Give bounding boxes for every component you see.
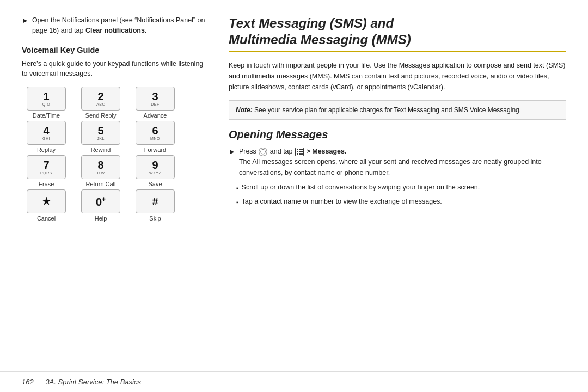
key-button-8[interactable]: 8 TUV (81, 155, 120, 179)
key-cell-9: 9 WXYZ Save (131, 155, 180, 187)
key-sub-5: JKL (97, 137, 105, 140)
key-cell-3: 3 DEF Advance (131, 87, 180, 119)
key-label-4: Replay (37, 146, 56, 153)
page: ► Open the Notifications panel (see “Not… (0, 0, 588, 392)
key-main-9: 9 (152, 160, 158, 170)
key-sub-8: TUV (96, 171, 105, 175)
key-label-hash: Skip (149, 215, 161, 222)
opening-messages-bullet1: ► Press ◯ and tap (229, 146, 566, 178)
bullet1-bold: > Messages. (306, 148, 346, 155)
key-sub-4: GHI (42, 137, 50, 140)
key-label-7: Erase (39, 181, 54, 187)
page-title: Text Messaging (SMS) and Multimedia Mess… (229, 15, 566, 48)
key-main-2: 2 (97, 91, 103, 102)
dot (301, 151, 303, 152)
key-main-1: 1 (43, 91, 49, 102)
key-label-2: Send Reply (85, 112, 117, 119)
key-cell-5: 5 JKL Rewind (76, 121, 125, 153)
key-button-6[interactable]: 6 MNO (136, 121, 175, 145)
key-main-3: 3 (152, 91, 158, 102)
key-button-2[interactable]: 2 ABC (81, 87, 120, 111)
key-label-5: Rewind (91, 146, 111, 153)
page-title-line1: Text Messaging (SMS) and (229, 15, 566, 32)
key-button-star[interactable]: ★ (27, 189, 66, 213)
guide-description: Here’s a quick guide to your keypad func… (22, 59, 207, 79)
footer-page-number: 162 (22, 378, 34, 386)
key-main-5: 5 (97, 125, 103, 136)
intro-text-bold: Clear notifications. (85, 27, 147, 34)
key-main-8: 8 (97, 160, 103, 170)
key-main-4: 4 (43, 125, 49, 136)
content-area: ► Open the Notifications panel (see “Not… (0, 0, 588, 371)
key-cell-star: ★ Cancel (22, 189, 71, 222)
opening-messages-text: Press ◯ and tap (239, 146, 566, 178)
dot (299, 153, 301, 155)
intro-paragraph: Keep in touch with important people in y… (229, 60, 566, 93)
key-cell-2: 2 ABC Send Reply (76, 87, 125, 119)
dot (299, 151, 301, 152)
intro-bullet-text: Open the Notifications panel (see “Notif… (32, 15, 207, 36)
key-button-3[interactable]: 3 DEF (136, 87, 175, 111)
key-button-9[interactable]: 9 WXYZ (136, 155, 175, 179)
key-main-hash: # (152, 196, 158, 207)
key-button-hash[interactable]: # (136, 189, 175, 213)
footer-section: 3A. Sprint Service: The Basics (45, 378, 141, 386)
key-label-star: Cancel (37, 215, 56, 222)
key-sub-1: Q O (42, 102, 50, 106)
key-main-7: 7 (43, 160, 49, 170)
key-cell-7: 7 PQRS Erase (22, 155, 71, 187)
note-box: Note: See your service plan for applicab… (229, 100, 566, 120)
opening-messages-heading: Opening Messages (229, 128, 566, 141)
key-label-8: Return Call (85, 181, 115, 187)
home-icon: ◯ (259, 148, 267, 156)
dot (301, 153, 303, 155)
left-column: ► Open the Notifications panel (see “Not… (22, 15, 207, 366)
title-underline (229, 51, 566, 52)
key-label-6: Forward (144, 146, 166, 153)
key-cell-hash: # Skip (131, 189, 180, 222)
dot (297, 151, 298, 152)
bullet-arrow-icon: ► (22, 15, 29, 36)
dot (297, 149, 298, 150)
dot (299, 149, 301, 150)
key-cell-4: 4 GHI Replay (22, 121, 71, 153)
key-sub-6: MNO (150, 137, 160, 140)
dot (301, 149, 303, 150)
voicemail-section-heading: Voicemail Key Guide (22, 46, 207, 54)
keypad-grid: 1 Q O Date/Time 2 ABC Send Reply 3 DEF (22, 87, 207, 224)
page-title-line2: Multimedia Messaging (MMS) (229, 32, 566, 48)
bullet1-prefix: Press (239, 148, 256, 155)
key-label-1: Date/Time (33, 112, 60, 119)
key-button-1[interactable]: 1 Q O (27, 87, 66, 111)
key-button-4[interactable]: 4 GHI (27, 121, 66, 145)
small-bullet-2: Tap a contact name or number to view the… (229, 197, 566, 207)
key-label-3: Advance (144, 112, 167, 119)
key-sub-9: WXYZ (149, 171, 161, 175)
key-button-7[interactable]: 7 PQRS (27, 155, 66, 179)
key-button-0[interactable]: 0+ (81, 189, 120, 213)
dot (297, 153, 298, 155)
bullet1-rest: The All messages screen opens, where all… (239, 158, 542, 176)
small-bullet-1: Scroll up or down the list of conversati… (229, 182, 566, 193)
key-main-star: ★ (42, 197, 51, 206)
right-column: Text Messaging (SMS) and Multimedia Mess… (229, 15, 566, 366)
key-sub-2: ABC (96, 102, 105, 106)
note-label: Note: (236, 106, 253, 114)
intro-bullet: ► Open the Notifications panel (see “Not… (22, 15, 207, 36)
key-sub-3: DEF (151, 102, 160, 106)
key-cell-6: 6 MNO Forward (131, 121, 180, 153)
key-cell-1: 1 Q O Date/Time (22, 87, 71, 119)
note-content: See your service plan for applicable cha… (254, 106, 521, 114)
bullet1-middle: and tap (270, 148, 293, 155)
key-label-9: Save (148, 181, 162, 187)
grid-icon (295, 148, 304, 156)
key-main-6: 6 (152, 125, 158, 136)
grid-dots (297, 149, 303, 155)
bullet-arrow-icon-2: ► (229, 146, 236, 178)
key-cell-0: 0+ Help (76, 189, 125, 222)
footer-text: 162 3A. Sprint Service: The Basics (22, 378, 141, 386)
key-sub-7: PQRS (40, 171, 52, 175)
key-button-5[interactable]: 5 JKL (81, 121, 120, 145)
key-main-0: 0+ (96, 196, 106, 207)
footer: 162 3A. Sprint Service: The Basics (0, 371, 588, 392)
